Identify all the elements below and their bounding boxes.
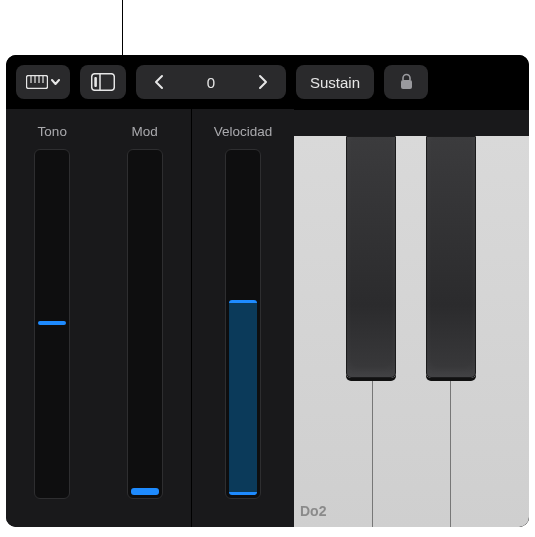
svg-rect-7	[94, 77, 97, 87]
octave-down-button[interactable]	[136, 65, 183, 99]
chevron-left-icon	[154, 74, 164, 90]
mod-column: Mod	[99, 109, 192, 527]
svg-rect-0	[27, 76, 48, 89]
mod-slider[interactable]	[127, 149, 163, 499]
keyboard-icon	[26, 75, 48, 89]
chevron-right-icon	[258, 74, 268, 90]
velocidad-label: Velocidad	[214, 119, 273, 143]
tono-slider-handle[interactable]	[38, 321, 66, 325]
pitch-mod-panel: Tono Mod	[6, 109, 192, 527]
tono-slider[interactable]	[34, 149, 70, 499]
controls-panel-toggle-button[interactable]	[80, 65, 126, 99]
keyboard-layout-button[interactable]	[16, 65, 70, 99]
black-key-do#2[interactable]	[346, 136, 396, 378]
black-key-re#2[interactable]	[426, 136, 476, 378]
panel-icon	[91, 73, 115, 91]
svg-rect-8	[401, 80, 412, 89]
keyboard-strip	[294, 110, 529, 136]
velocidad-slider-fill[interactable]	[229, 300, 257, 495]
octave-up-button[interactable]	[239, 65, 286, 99]
toolbar: 0 Sustain	[6, 55, 529, 109]
lock-button[interactable]	[384, 65, 428, 99]
tono-label: Tono	[38, 119, 67, 143]
lock-icon	[399, 73, 414, 91]
velocity-panel: Velocidad	[192, 109, 294, 527]
piano-keyboard[interactable]: Do2	[294, 135, 529, 527]
white-keys: Do2	[294, 136, 529, 527]
mod-slider-fill[interactable]	[131, 488, 159, 495]
octave-stepper: 0	[136, 65, 286, 99]
chevron-down-icon	[51, 79, 60, 85]
sustain-button[interactable]: Sustain	[296, 65, 374, 99]
mod-label: Mod	[132, 119, 158, 143]
app-frame: 0 Sustain Tono	[6, 55, 529, 527]
main-area: Tono Mod Velocidad Do2	[6, 109, 529, 527]
key-label-do2: Do2	[300, 503, 326, 519]
octave-value: 0	[183, 65, 239, 99]
sustain-label: Sustain	[310, 74, 360, 91]
tono-column: Tono	[6, 109, 99, 527]
velocidad-slider[interactable]	[225, 149, 261, 499]
